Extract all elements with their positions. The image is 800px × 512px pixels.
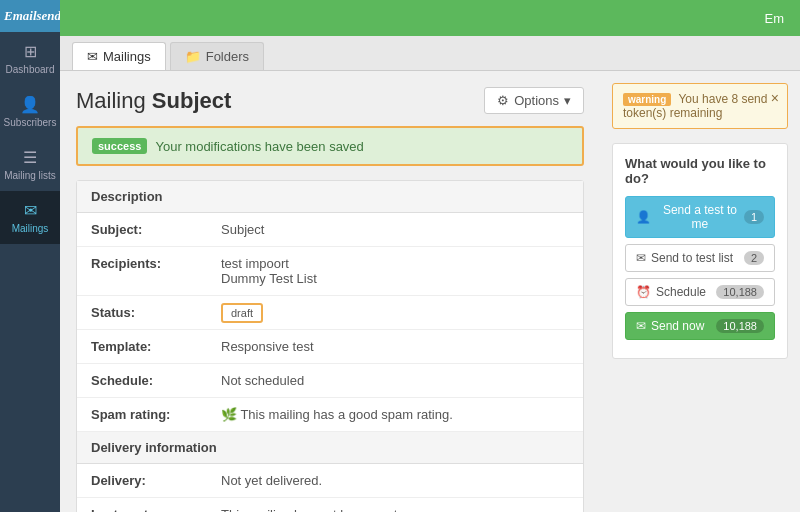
sidebar: Emailsend ⊞ Dashboard 👤 Subscribers ☰ Ma… xyxy=(0,0,60,512)
recipient-2: Dummy Test List xyxy=(221,271,569,286)
template-label: Template: xyxy=(91,339,221,354)
details-card: Description Subject: Subject Recipients:… xyxy=(76,180,584,512)
sidebar-item-label: Mailing lists xyxy=(4,170,56,181)
envelope-icon: ✉ xyxy=(636,251,646,265)
spam-row: Spam rating: 🌿 This mailing has a good s… xyxy=(77,398,583,432)
sidebar-item-subscribers[interactable]: 👤 Subscribers xyxy=(0,85,60,138)
send-now-button[interactable]: ✉ Send now 10,188 xyxy=(625,312,775,340)
schedule-label: ⏰ Schedule xyxy=(636,285,706,299)
nav-user: Em xyxy=(765,11,785,26)
mailing-lists-icon: ☰ xyxy=(23,148,37,167)
logo-text: Emailsend xyxy=(4,8,61,23)
success-badge: success xyxy=(92,138,147,154)
warning-badge: warning xyxy=(623,93,671,106)
details-section-header: Description xyxy=(77,181,583,213)
last-sent-row: Last sent: This mailing has not been sen… xyxy=(77,498,583,512)
draft-badge: draft xyxy=(221,303,263,323)
mailings-tab-label: Mailings xyxy=(103,49,151,64)
status-label: Status: xyxy=(91,305,221,320)
dashboard-icon: ⊞ xyxy=(24,42,37,61)
user-icon: 👤 xyxy=(636,210,651,224)
page-title: Mailing Subject xyxy=(76,88,231,114)
subject-row: Subject: Subject xyxy=(77,213,583,247)
tab-mailings[interactable]: ✉ Mailings xyxy=(72,42,166,70)
subject-label: Subject: xyxy=(91,222,221,237)
content-area: Mailing Subject ⚙ Options ▾ success Your… xyxy=(60,71,800,512)
subscribers-icon: 👤 xyxy=(20,95,40,114)
gear-icon: ⚙ xyxy=(497,93,509,108)
delivery-label: Delivery: xyxy=(91,473,221,488)
sidebar-item-dashboard[interactable]: ⊞ Dashboard xyxy=(0,32,60,85)
options-label: Options xyxy=(514,93,559,108)
action-card: What would you like to do? 👤 Send a test… xyxy=(612,143,788,359)
schedule-value: Not scheduled xyxy=(221,373,569,388)
spam-icon: 🌿 xyxy=(221,407,237,422)
title-prefix: Mailing xyxy=(76,88,146,113)
send-test-button[interactable]: 👤 Send a test to me 1 xyxy=(625,196,775,238)
action-card-title: What would you like to do? xyxy=(625,156,775,186)
top-nav: Em xyxy=(60,0,800,36)
spam-value: 🌿 This mailing has a good spam rating. xyxy=(221,407,569,422)
send-test-count: 1 xyxy=(744,210,764,224)
chevron-down-icon: ▾ xyxy=(564,93,571,108)
schedule-row: Schedule: Not scheduled xyxy=(77,364,583,398)
send-test-list-count: 2 xyxy=(744,251,764,265)
clock-icon: ⏰ xyxy=(636,285,651,299)
page-header: Mailing Subject ⚙ Options ▾ xyxy=(76,87,584,114)
subject-value: Subject xyxy=(221,222,569,237)
options-button[interactable]: ⚙ Options ▾ xyxy=(484,87,584,114)
folders-tab-label: Folders xyxy=(206,49,249,64)
spam-label: Spam rating: xyxy=(91,407,221,422)
sidebar-item-label: Dashboard xyxy=(6,64,55,75)
main-panel: Mailing Subject ⚙ Options ▾ success Your… xyxy=(60,71,600,512)
close-warning-button[interactable]: × xyxy=(771,90,779,106)
last-sent-label: Last sent: xyxy=(91,507,221,512)
send-test-list-button[interactable]: ✉ Send to test list 2 xyxy=(625,244,775,272)
delivery-value: Not yet delivered. xyxy=(221,473,569,488)
recipients-label: Recipients: xyxy=(91,256,221,271)
recipient-1: test impoort xyxy=(221,256,569,271)
sidebar-item-label: Subscribers xyxy=(4,117,57,128)
template-row: Template: Responsive test xyxy=(77,330,583,364)
recipients-row: Recipients: test impoort Dummy Test List xyxy=(77,247,583,296)
title-subject: Subject xyxy=(152,88,231,113)
recipients-value: test impoort Dummy Test List xyxy=(221,256,569,286)
sidebar-item-label: Mailings xyxy=(12,223,49,234)
tab-bar: ✉ Mailings 📁 Folders xyxy=(60,36,800,71)
tab-folders[interactable]: 📁 Folders xyxy=(170,42,264,70)
main-area: Em ✉ Mailings 📁 Folders Mailing Subject … xyxy=(60,0,800,512)
warning-box: warning You have 8 send token(s) remaini… xyxy=(612,83,788,129)
send-icon: ✉ xyxy=(636,319,646,333)
folders-tab-icon: 📁 xyxy=(185,49,201,64)
status-value: draft xyxy=(221,305,569,320)
delivery-row: Delivery: Not yet delivered. xyxy=(77,464,583,498)
send-test-label: 👤 Send a test to me xyxy=(636,203,744,231)
alert-message: Your modifications have been saved xyxy=(155,139,363,154)
right-panel: warning You have 8 send token(s) remaini… xyxy=(600,71,800,512)
mailings-tab-icon: ✉ xyxy=(87,49,98,64)
spam-text: This mailing has a good spam rating. xyxy=(240,407,452,422)
schedule-button[interactable]: ⏰ Schedule 10,188 xyxy=(625,278,775,306)
send-now-label: ✉ Send now xyxy=(636,319,704,333)
schedule-count: 10,188 xyxy=(716,285,764,299)
schedule-label: Schedule: xyxy=(91,373,221,388)
send-test-list-label: ✉ Send to test list xyxy=(636,251,733,265)
status-row: Status: draft xyxy=(77,296,583,330)
sidebar-item-mailings[interactable]: ✉ Mailings xyxy=(0,191,60,244)
template-value: Responsive test xyxy=(221,339,569,354)
delivery-section-header: Delivery information xyxy=(77,432,583,464)
last-sent-value: This mailing has not been sent. xyxy=(221,507,569,512)
mailings-icon: ✉ xyxy=(24,201,37,220)
send-now-count: 10,188 xyxy=(716,319,764,333)
sidebar-item-mailing-lists[interactable]: ☰ Mailing lists xyxy=(0,138,60,191)
success-alert: success Your modifications have been sav… xyxy=(76,126,584,166)
app-logo: Emailsend xyxy=(0,0,60,32)
